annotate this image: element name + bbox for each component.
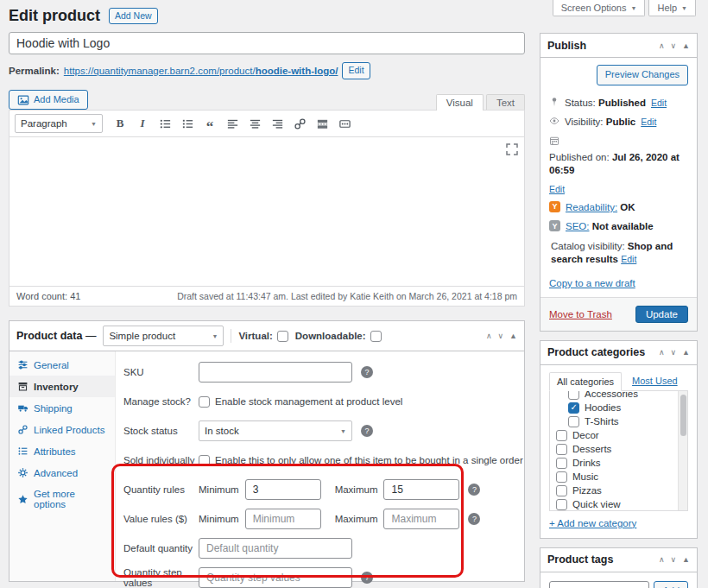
tab-most-used[interactable]: Most Used [632, 376, 678, 390]
toggle-panel-icon[interactable]: ▲ [682, 41, 690, 50]
sold-individually-checkbox[interactable] [199, 455, 210, 466]
move-down-icon[interactable]: ∨ [497, 332, 503, 340]
seo-link[interactable]: SEO: [566, 221, 589, 231]
product-type-select[interactable]: Simple product ▼ [103, 326, 224, 346]
scrollbar-thumb[interactable] [680, 395, 686, 436]
move-up-icon[interactable]: ∧ [659, 555, 665, 564]
tab-text[interactable]: Text [486, 94, 525, 111]
step-values-input[interactable] [199, 567, 352, 588]
value-max-input[interactable] [383, 509, 459, 529]
add-new-button[interactable]: Add New [109, 8, 158, 25]
move-up-icon[interactable]: ∧ [659, 41, 665, 50]
virtual-checkbox-label[interactable]: Virtual: [238, 331, 288, 342]
manage-stock-checkbox[interactable] [199, 396, 210, 408]
bold-button[interactable]: B [110, 114, 130, 133]
sku-help-icon[interactable]: ? [361, 366, 373, 378]
move-up-icon[interactable]: ∧ [659, 348, 665, 357]
tab-general[interactable]: General [9, 354, 115, 376]
editor-content-area[interactable] [9, 137, 524, 286]
tab-attributes[interactable]: Attributes [9, 440, 115, 462]
toolbar-toggle-button[interactable] [334, 114, 355, 133]
category-checkbox[interactable] [556, 444, 567, 455]
align-left-button[interactable] [222, 114, 243, 133]
readability-link[interactable]: Readability: [566, 202, 617, 212]
category-item[interactable]: Accessories [568, 390, 677, 400]
toggle-panel-icon[interactable]: ▲ [682, 555, 690, 564]
category-item[interactable]: T-Shirts [568, 416, 677, 427]
add-tag-button[interactable]: Add [654, 581, 688, 588]
tab-all-categories[interactable]: All categories [549, 372, 622, 391]
add-new-category-link[interactable]: + Add new category [549, 518, 636, 528]
fullscreen-button[interactable] [505, 142, 519, 156]
edit-published-link[interactable]: Edit [549, 183, 565, 195]
permalink-link[interactable]: https://quantitymanager.barn2.com/produc… [64, 66, 338, 76]
category-checkbox[interactable] [556, 485, 567, 496]
downloadable-checkbox-label[interactable]: Downloadable: [295, 331, 382, 342]
category-item[interactable]: Pizzas [556, 485, 677, 496]
categories-list[interactable]: Accessories Hoodies T-Shirts Decor [549, 390, 688, 511]
copy-to-draft-link[interactable]: Copy to a new draft [549, 278, 635, 288]
category-checkbox[interactable] [556, 471, 567, 483]
update-button[interactable]: Update [635, 306, 688, 323]
tab-get-more-options[interactable]: Get more options [9, 484, 115, 515]
category-checkbox[interactable] [568, 416, 579, 427]
tab-inventory[interactable]: Inventory [9, 376, 115, 397]
move-down-icon[interactable]: ∨ [670, 348, 676, 357]
blockquote-button[interactable]: “ [199, 114, 220, 133]
scrollbar[interactable] [678, 391, 687, 510]
edit-permalink-button[interactable]: Edit [342, 62, 370, 79]
category-checkbox[interactable] [568, 402, 579, 414]
category-checkbox[interactable] [556, 458, 567, 469]
category-item[interactable]: Decor [556, 430, 677, 441]
tags-input[interactable] [549, 581, 649, 588]
tab-linked-products[interactable]: Linked Products [9, 419, 115, 440]
toggle-panel-icon[interactable]: ▲ [682, 348, 690, 357]
tab-advanced[interactable]: Advanced [9, 462, 115, 484]
move-up-icon[interactable]: ∧ [486, 332, 492, 340]
edit-visibility-link[interactable]: Edit [641, 116, 656, 128]
category-item[interactable]: Quick view [556, 499, 677, 510]
default-quantity-input[interactable] [199, 538, 352, 559]
align-center-button[interactable] [244, 114, 265, 133]
stock-status-select[interactable]: In stock ▼ [199, 420, 352, 441]
sku-input[interactable] [199, 362, 352, 383]
read-more-button[interactable] [312, 114, 332, 133]
bulleted-list-button[interactable] [155, 114, 175, 133]
downloadable-checkbox[interactable] [370, 331, 382, 342]
value-rules-help-icon[interactable]: ? [468, 513, 480, 525]
category-checkbox[interactable] [568, 390, 579, 400]
preview-changes-button[interactable]: Preview Changes [597, 65, 688, 85]
step-values-help-icon[interactable]: ? [361, 572, 373, 584]
add-media-button[interactable]: Add Media [9, 90, 88, 111]
numbered-list-button[interactable] [177, 114, 198, 133]
align-right-button[interactable] [267, 114, 288, 133]
category-label: Accessories [585, 390, 638, 400]
screen-options-button[interactable]: Screen Options ▼ [553, 0, 646, 16]
tab-visual[interactable]: Visual [436, 94, 484, 111]
tab-shipping[interactable]: Shipping [9, 397, 115, 419]
quantity-rules-help-icon[interactable]: ? [468, 484, 480, 496]
quantity-max-input[interactable] [383, 479, 459, 500]
italic-button[interactable]: I [132, 114, 153, 133]
move-to-trash-link[interactable]: Move to Trash [549, 309, 612, 319]
category-item[interactable]: Drinks [556, 458, 677, 469]
help-button[interactable]: Help ▼ [648, 0, 696, 16]
paragraph-format-select[interactable]: Paragraph ▼ [15, 114, 103, 133]
move-down-icon[interactable]: ∨ [670, 41, 676, 50]
category-checkbox[interactable] [556, 499, 567, 510]
category-checkbox[interactable] [556, 430, 567, 441]
quantity-min-input[interactable] [245, 479, 321, 500]
edit-catalog-visibility-link[interactable]: Edit [621, 254, 636, 264]
virtual-checkbox[interactable] [277, 331, 288, 342]
word-count-label: Word count: [16, 291, 67, 301]
category-item[interactable]: Music [556, 471, 677, 483]
product-title-input[interactable] [9, 32, 525, 54]
move-down-icon[interactable]: ∨ [670, 555, 676, 564]
stock-status-help-icon[interactable]: ? [361, 425, 373, 437]
value-min-input[interactable] [245, 509, 321, 529]
edit-status-link[interactable]: Edit [651, 97, 667, 109]
category-item[interactable]: Desserts [556, 444, 677, 455]
insert-link-button[interactable] [289, 114, 310, 133]
category-item[interactable]: Hoodies [568, 402, 677, 414]
toggle-panel-icon[interactable]: ▲ [509, 332, 517, 340]
